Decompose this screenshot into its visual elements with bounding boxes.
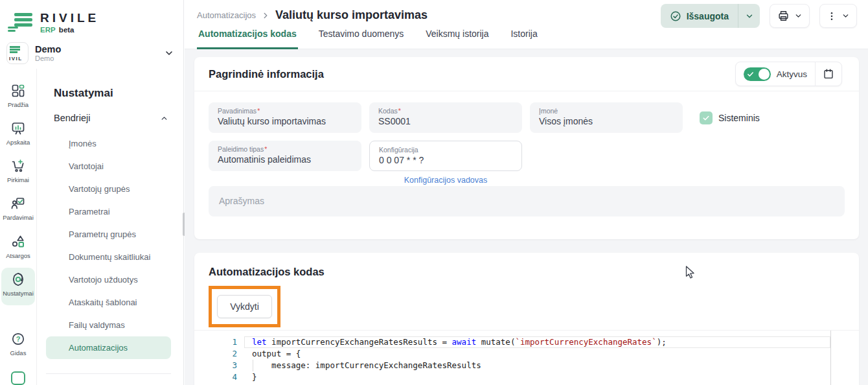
menu-item-vartotoju-grupes[interactable]: Vartotojų grupės (46, 178, 171, 200)
tab-istorija[interactable]: Istorija (509, 29, 538, 49)
tab-bar: Automatizacijos kodas Testavimo duomenys… (197, 29, 539, 49)
check-circle-icon (670, 10, 681, 22)
run-type-field[interactable]: Paleidimo tipas* Automatinis paleidimas (209, 141, 361, 171)
kebab-icon (827, 11, 837, 21)
run-button[interactable]: Vykdyti (217, 295, 272, 318)
menu-item-imones[interactable]: Įmonės (46, 132, 171, 155)
config-guide-link[interactable]: Konfigūracijos vadovas (369, 176, 522, 185)
breadcrumb: Automatizacijos Valiutų kurso importavim… (197, 8, 428, 22)
chevron-up-icon (160, 114, 168, 122)
code-editor[interactable]: 1let importCurrencyExchangeRatesResults … (194, 331, 859, 385)
menu-item-automatizacijos[interactable]: Automatizacijos (46, 336, 171, 359)
brand-product: ERP (40, 26, 56, 34)
tab-testavimo-duomenys[interactable]: Testavimo duomenys (317, 29, 405, 49)
sidebar: RIVILE ERP beta IVIL Demo Demo (0, 0, 184, 385)
rivile-logo-icon (8, 11, 34, 33)
app-root: RIVILE ERP beta IVIL Demo Demo (0, 0, 868, 385)
chart-board-icon (10, 121, 26, 136)
chevron-down-icon (794, 12, 803, 20)
brand-name: RIVILE (40, 11, 99, 25)
description-placeholder: Aprašymas (219, 196, 264, 206)
sales-person-icon (10, 196, 26, 211)
rail-item-pardavimai[interactable]: Pardavimai (1, 192, 35, 229)
status-controls: Aktyvus (735, 62, 842, 86)
tab-automatizacijos-kodas[interactable]: Automatizacijos kodas (197, 29, 298, 49)
section-title-general-info: Pagrindinė informacija (209, 68, 324, 80)
active-toggle[interactable]: Aktyvus (736, 67, 815, 81)
shapes-icon (10, 234, 26, 250)
minimap-divider (830, 331, 831, 385)
menu-title: Nustatymai (54, 87, 171, 100)
saved-button[interactable]: Išsaugota (661, 4, 738, 28)
automation-code-card: Automatizacijos kodas Vykdyti 1let impor… (194, 253, 859, 385)
cart-icon (10, 158, 26, 174)
brand-beta: beta (59, 26, 74, 34)
chevron-down-icon (841, 12, 850, 20)
code-line: 2output = { (194, 348, 859, 360)
indent-guide (253, 360, 253, 371)
code-line: 3 message: importCurrencyExchangeRatesRe… (194, 360, 859, 371)
print-button[interactable] (770, 4, 810, 28)
rail-item-pirkimai[interactable]: Pirkimai (1, 154, 35, 192)
general-info-card: Pagrindinė informacija Aktyvus (194, 57, 859, 239)
tab-veiksmu-istorija[interactable]: Veiksmų istorija (424, 29, 490, 49)
menu-item-vartotojai[interactable]: Vartotojai (46, 155, 171, 178)
section-title-automation-code: Automatizacijos kodas (194, 253, 859, 281)
tutorial-highlight-box: Vykdyti (209, 286, 280, 327)
breadcrumb-automatizacijos[interactable]: Automatizacijos (197, 10, 256, 20)
menu-item-failu-valdymas[interactable]: Failų valdymas (46, 314, 171, 336)
page-title: Valiutų kurso importavimas (275, 8, 428, 22)
menu-item-dokumentu-skaitliukai[interactable]: Dokumentų skaitliukai (46, 246, 171, 268)
rail-item-pradzia[interactable]: Pradžia (1, 79, 35, 117)
menu-divider (46, 373, 171, 374)
icon-rail: Pradžia Apskaita P (0, 69, 37, 385)
menu-item-parametrai[interactable]: Parametrai (46, 200, 171, 223)
chevron-down-icon (164, 48, 174, 58)
rail-item-nustatymai[interactable]: Nustatymai (1, 268, 35, 305)
printer-icon (777, 10, 790, 22)
rail-item-gidas[interactable]: ? Gidas (1, 327, 35, 365)
menu-item-ataskaitu-sablonai[interactable]: Ataskaitų šablonai (46, 291, 171, 314)
menu-item-vartotojo-uzduotys[interactable]: Vartotojo užduotys (46, 268, 171, 291)
system-checkbox-label: Sisteminis (718, 113, 760, 123)
description-input[interactable]: Aprašymas (209, 186, 845, 216)
system-checkbox[interactable]: Sisteminis (700, 111, 760, 124)
rail-item-atsargos[interactable]: Atsargos (1, 230, 35, 268)
active-toggle-label: Aktyvus (777, 69, 807, 79)
company-avatar: IVIL (6, 42, 29, 64)
cron-config-field[interactable]: Konfigūracija 0 0 07 * * ? (369, 141, 522, 171)
rail-item-partial-icon[interactable] (11, 371, 25, 385)
gear-icon (10, 272, 26, 287)
calendar-button[interactable] (816, 62, 841, 86)
chevron-right-icon (261, 11, 270, 20)
menu-item-parametru-grupes[interactable]: Parametrų grupės (46, 223, 171, 246)
name-field[interactable]: Pavadinimas* Valiutų kurso importavimas (209, 102, 361, 133)
toggle-switch[interactable] (744, 67, 771, 81)
topbar: Automatizacijos Valiutų kurso importavim… (185, 0, 868, 49)
checkbox-checked-icon (700, 111, 713, 124)
more-menu-button[interactable] (819, 4, 857, 28)
code-line: 1let importCurrencyExchangeRatesResults … (194, 336, 859, 348)
settings-menu: Nustatymai Bendrieji Įmonės Vartotojai V… (37, 69, 183, 385)
company-field[interactable]: Įmonė Visos įmonės (530, 102, 683, 133)
company-name: Demo (35, 44, 157, 54)
brand-logo: RIVILE ERP beta (0, 0, 183, 38)
saved-dropdown-button[interactable] (738, 4, 760, 28)
help-icon: ? (10, 331, 26, 347)
company-sub: Demo (35, 54, 157, 62)
company-selector[interactable]: IVIL Demo Demo (0, 38, 183, 69)
menu-group-bendrieji[interactable]: Bendrieji (54, 110, 171, 126)
rail-item-apskaita[interactable]: Apskaita (1, 117, 35, 154)
svg-text:?: ? (16, 335, 21, 343)
main-content: Pagrindinė informacija Aktyvus (185, 49, 868, 385)
code-field[interactable]: Kodas* SS0001 (369, 102, 522, 133)
code-line: 4} (194, 371, 859, 383)
saved-split-button: Išsaugota (661, 4, 760, 28)
dashboard-icon (10, 83, 26, 99)
